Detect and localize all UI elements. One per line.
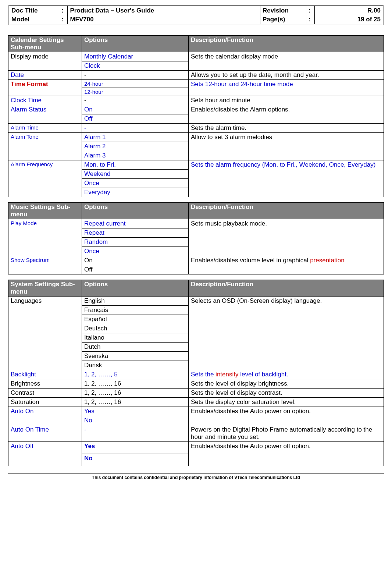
col-header-submenu: Music Settings Sub-menu	[8, 203, 82, 219]
row-display-mode: Display mode	[8, 52, 82, 71]
opt-espanol: Español	[82, 315, 189, 324]
opt-dutch: Dutch	[82, 343, 189, 352]
opt-francais: Français	[82, 306, 189, 315]
hdr-doc-title: Product Data – User's Guide	[68, 6, 260, 15]
opt-alarm1: Alarm 1	[82, 133, 189, 142]
opt-clock-time: -	[82, 96, 189, 105]
opt-date: -	[82, 71, 189, 80]
opt-12hour: 12-hour	[82, 88, 189, 96]
opt-svenska: Svenska	[82, 352, 189, 361]
desc-date: Allows you to set up the date, month and…	[189, 71, 384, 80]
desc-backlight: Sets the intensity level of backlight.	[189, 370, 384, 379]
hdr-colon: :	[59, 15, 68, 25]
row-alarm-frequency: Alarm Frequency	[8, 160, 82, 197]
row-brightness: Brightness	[8, 379, 82, 389]
opt-random: Random	[82, 238, 189, 247]
col-header-options: Options	[82, 203, 189, 219]
opt-brightness: 1, 2, ……, 16	[82, 379, 189, 389]
desc-alarm-tone: Allow to set 3 alarm melodies	[189, 133, 384, 160]
opt-on: On	[82, 256, 189, 265]
desc-time-format: Sets 12-hour and 24-hour time mode	[189, 80, 384, 96]
calendar-settings-table: Calendar Settings Sub-menu Options Descr…	[8, 35, 384, 197]
row-languages: Languages	[8, 297, 82, 370]
opt-alarm3: Alarm 3	[82, 151, 189, 160]
desc-brightness: Sets the level of display brightness.	[189, 379, 384, 389]
row-clock-time: Clock Time	[8, 96, 82, 105]
row-backlight: Backlight	[8, 370, 82, 379]
row-show-spectrum: Show Spectrum	[8, 256, 82, 274]
hdr-colon: :	[306, 6, 314, 15]
col-header-submenu: System Settings Sub-menu	[8, 280, 82, 297]
col-header-desc: Description/Function	[189, 36, 384, 52]
opt-once: Once	[82, 179, 189, 188]
opt-yes: Yes	[82, 407, 189, 416]
desc-alarm-time: Sets the alarm time.	[189, 124, 384, 133]
desc-auto-off: Enables/disables the Auto power off opti…	[189, 442, 384, 466]
hdr-model-label: Model	[9, 15, 59, 25]
opt-monthly-calendar: Monthly Calendar	[82, 52, 189, 61]
footer-divider: This document contains confidential and …	[8, 474, 384, 480]
row-alarm-tone: Alarm Tone	[8, 133, 82, 160]
row-contrast: Contrast	[8, 389, 82, 398]
desc-saturation: Sets the display color saturation level.	[189, 398, 384, 407]
opt-english: English	[82, 297, 189, 306]
hdr-pages: 19 of 25	[314, 15, 383, 25]
opt-saturation: 1, 2, ……, 16	[82, 398, 189, 407]
hdr-colon: :	[306, 15, 314, 25]
opt-contrast: 1, 2, ……, 16	[82, 389, 189, 398]
col-header-options: Options	[82, 36, 189, 52]
opt-auto-on-time: -	[82, 425, 189, 442]
desc-contrast: Sets the level of display contrast.	[189, 389, 384, 398]
row-auto-on-time: Auto On Time	[8, 425, 82, 442]
row-alarm-time: Alarm Time	[8, 124, 82, 133]
col-header-submenu: Calendar Settings Sub-menu	[8, 36, 82, 52]
doc-header: Doc Title : Product Data – User's Guide …	[8, 5, 384, 25]
row-time-format: Time Format	[8, 80, 82, 96]
desc-languages: Selects an OSD (On-Screen display) langu…	[189, 297, 384, 370]
opt-on: On	[82, 105, 189, 114]
desc-show-spectrum: Enables/disables volume level in graphic…	[189, 256, 384, 274]
opt-yes: Yes	[82, 442, 189, 454]
desc-auto-on-time: Powers on the Digital Photo Frame automa…	[189, 425, 384, 442]
opt-repeat-current: Repeat current	[82, 219, 189, 228]
hdr-model: MFV700	[68, 15, 260, 25]
opt-clock: Clock	[82, 61, 189, 71]
hdr-doc-title-label: Doc Title	[9, 6, 59, 15]
desc-clock-time: Sets hour and minute	[189, 96, 384, 105]
opt-deutsch: Deutsch	[82, 324, 189, 333]
opt-24hour: 24-hour	[82, 80, 189, 88]
hdr-revision-label: Revision	[260, 6, 306, 15]
hdr-colon: :	[59, 6, 68, 15]
row-play-mode: Play Mode	[8, 219, 82, 256]
desc-play-mode: Sets music playback mode.	[189, 219, 384, 256]
opt-weekend: Weekend	[82, 170, 189, 179]
opt-alarm2: Alarm 2	[82, 142, 189, 151]
row-date: Date	[8, 71, 82, 80]
opt-backlight: 1, 2, ……, 5	[82, 370, 189, 379]
desc-alarm-frequency: Sets the alarm frequency (Mon. to Fri., …	[189, 160, 384, 197]
desc-alarm-status: Enables/disables the Alarm options.	[189, 105, 384, 124]
opt-mon-fri: Mon. to Fri.	[82, 160, 189, 170]
music-settings-table: Music Settings Sub-menu Options Descript…	[8, 202, 384, 274]
opt-alarm-time: -	[82, 124, 189, 133]
hdr-revision: R.00	[314, 6, 383, 15]
col-header-options: Options	[82, 280, 189, 297]
system-settings-table: System Settings Sub-menu Options Descrip…	[8, 280, 384, 466]
hdr-pages-label: Page(s)	[260, 15, 306, 25]
opt-repeat: Repeat	[82, 228, 189, 238]
opt-off: Off	[82, 114, 189, 124]
opt-dansk: Dansk	[82, 361, 189, 370]
col-header-desc: Description/Function	[189, 203, 384, 219]
opt-italiano: Italiano	[82, 333, 189, 343]
opt-no: No	[82, 454, 189, 466]
col-header-desc: Description/Function	[189, 280, 384, 297]
opt-off: Off	[82, 265, 189, 274]
desc-auto-on: Enables/disables the Auto power on optio…	[189, 407, 384, 425]
row-auto-on: Auto On	[8, 407, 82, 425]
row-auto-off: Auto Off	[8, 442, 82, 466]
opt-no: No	[82, 416, 189, 425]
opt-everyday: Everyday	[82, 188, 189, 197]
opt-once: Once	[82, 247, 189, 256]
footer-text: This document contains confidential and …	[8, 474, 384, 480]
row-alarm-status: Alarm Status	[8, 105, 82, 124]
